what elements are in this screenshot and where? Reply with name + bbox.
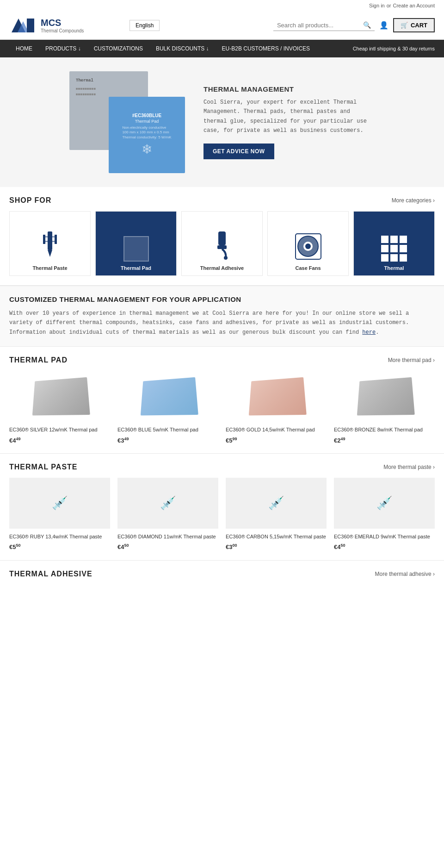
category-label-case-fans: Case Fans: [295, 265, 321, 271]
product-name-carbon: EC360® CARBON 5,15w/mK Thermal paste: [226, 533, 327, 540]
search-input[interactable]: [277, 22, 360, 29]
product-name-silver: EC360® SILVER 12w/mK Thermal pad: [9, 426, 110, 433]
product-blue-pad[interactable]: EC360® BLUE 5w/mK Thermal pad €349: [117, 371, 218, 444]
product-name-diamond: EC360® DIAMOND 11w/mK Thermal paste: [117, 533, 218, 540]
svg-rect-8: [55, 235, 57, 244]
more-thermal-pad-link[interactable]: More thermal pad ›: [388, 357, 435, 363]
nav-customizations[interactable]: CUSTOMIZATIONS: [87, 40, 149, 57]
thermal-adhesive-title: THERMAL ADHESIVE: [9, 570, 92, 578]
product-price-ruby: €550: [9, 543, 110, 550]
pad-icon: [123, 236, 149, 262]
search-icon: 🔍: [363, 21, 371, 29]
main-nav: HOME PRODUCTS ↓ CUSTOMIZATIONS BULK DISC…: [0, 40, 444, 57]
thermal-paste-header: THERMAL PASTE More thermal paste ›: [9, 463, 435, 471]
search-area[interactable]: 🔍: [273, 19, 375, 31]
logo-brand: MCS: [41, 18, 84, 28]
shop-for-section: SHOP FOR More categories › Thermal Paste…: [0, 187, 444, 285]
more-categories-link[interactable]: More categories ›: [392, 197, 435, 204]
logo-sub: Thermal Compounds: [41, 28, 84, 33]
svg-marker-4: [48, 250, 52, 257]
cart-label: CART: [411, 22, 427, 29]
svg-rect-5: [45, 236, 55, 237]
product-emerald-paste[interactable]: 💉 EC360® EMERALD 9w/mK Thermal paste €45…: [334, 478, 435, 551]
thermal-adhesive-section: THERMAL ADHESIVE More thermal adhesive ›: [0, 561, 444, 631]
nav-products[interactable]: PRODUCTS ↓: [39, 40, 87, 57]
hero-images: Thermal ■■■■■■■■■ ■■■■■■■■■ #EC360BLUE T…: [69, 71, 185, 173]
category-case-fans[interactable]: Case Fans: [267, 211, 349, 276]
logo-area[interactable]: MCS Thermal Compounds: [9, 15, 92, 36]
product-ruby-paste[interactable]: 💉 EC360® RUBY 13,4w/mK Thermal paste €55…: [9, 478, 110, 551]
hero-description: Cool Sierra, your expert for excellent T…: [204, 98, 375, 136]
category-thermal-pad[interactable]: Thermal Pad: [95, 211, 177, 276]
custom-text: With over 10 years of experience in ther…: [9, 309, 435, 337]
svg-rect-6: [45, 241, 55, 242]
language-button[interactable]: English: [130, 20, 160, 31]
sign-in-link[interactable]: Sign in: [369, 3, 385, 8]
product-silver-pad[interactable]: EC360® SILVER 12w/mK Thermal pad €449: [9, 371, 110, 444]
thermal-paste-section: THERMAL PASTE More thermal paste › 💉 EC3…: [0, 454, 444, 560]
svg-point-11: [224, 256, 228, 260]
product-price-blue: €349: [117, 437, 218, 444]
product-image-ruby: 💉: [9, 478, 110, 529]
hero-heading: THERMAL MANAGEMENT: [204, 85, 375, 93]
product-image-blue: [141, 377, 198, 416]
get-advice-button[interactable]: GET ADVICE NOW: [204, 144, 274, 159]
pad-blue: #EC360BLUE Thermal Pad Non-electrically …: [109, 97, 185, 173]
svg-rect-2: [27, 19, 34, 32]
product-price-silver: €449: [9, 437, 110, 444]
category-label-thermal-pad: Thermal Pad: [121, 265, 151, 271]
svg-rect-9: [218, 231, 226, 245]
category-thermal-other[interactable]: Thermal: [353, 211, 435, 276]
product-image-gold: [249, 377, 307, 416]
user-icon[interactable]: 👤: [379, 21, 388, 30]
fan-icon: [293, 231, 323, 262]
here-link[interactable]: here: [362, 329, 376, 336]
thermal-adhesive-header: THERMAL ADHESIVE More thermal adhesive ›: [9, 570, 435, 578]
product-image-carbon: 💉: [226, 478, 327, 529]
category-label-thermal-other: Thermal: [384, 265, 404, 271]
category-thermal-paste[interactable]: Thermal Paste: [9, 211, 91, 276]
category-label-thermal-paste: Thermal Paste: [32, 265, 67, 271]
more-thermal-paste-link[interactable]: More thermal paste ›: [383, 464, 435, 470]
product-bronze-pad[interactable]: EC360® BRONZE 8w/mK Thermal pad €249: [334, 371, 435, 444]
shipping-note: Cheap intl shipping & 30 day returns: [353, 40, 435, 57]
logo-icon: [9, 15, 37, 36]
svg-point-14: [305, 244, 311, 249]
product-name-bronze: EC360® BRONZE 8w/mK Thermal pad: [334, 426, 435, 433]
nav-home[interactable]: HOME: [9, 40, 39, 57]
category-thermal-adhesive[interactable]: Thermal Adhesive: [181, 211, 263, 276]
thermal-paste-grid: 💉 EC360® RUBY 13,4w/mK Thermal paste €55…: [9, 478, 435, 551]
svg-rect-10: [217, 245, 227, 249]
product-name-blue: EC360® BLUE 5w/mK Thermal pad: [117, 426, 218, 433]
product-diamond-paste[interactable]: 💉 EC360® DIAMOND 11w/mK Thermal paste €4…: [117, 478, 218, 551]
product-price-bronze: €249: [334, 437, 435, 444]
category-label-thermal-adhesive: Thermal Adhesive: [200, 265, 244, 271]
create-account-link[interactable]: Create an Account: [393, 3, 435, 8]
header: MCS Thermal Compounds English 🔍 👤 🛒 CART: [0, 11, 444, 40]
product-price-gold: €599: [226, 437, 327, 444]
thermal-pad-header: THERMAL PAD More thermal pad ›: [9, 356, 435, 364]
shop-for-header: SHOP FOR More categories ›: [9, 196, 435, 205]
cart-button[interactable]: 🛒 CART: [393, 18, 435, 32]
top-bar: Sign in or Create an Account: [0, 0, 444, 11]
thermal-paste-title: THERMAL PASTE: [9, 463, 78, 471]
more-thermal-adhesive-link[interactable]: More thermal adhesive ›: [375, 571, 435, 577]
product-carbon-paste[interactable]: 💉 EC360® CARBON 5,15w/mK Thermal paste €…: [226, 478, 327, 551]
custom-heading: CUSTOMIZED THERMAL MANAGEMENT FOR YOUR A…: [9, 295, 435, 303]
grid-icon: [381, 236, 407, 262]
thermal-pad-title: THERMAL PAD: [9, 356, 68, 364]
product-image-bronze: [357, 377, 415, 416]
hero-text: THERMAL MANAGEMENT Cool Sierra, your exp…: [204, 85, 375, 160]
product-image-emerald: 💉: [334, 478, 435, 529]
custom-section: CUSTOMIZED THERMAL MANAGEMENT FOR YOUR A…: [0, 286, 444, 347]
header-right: 🔍 👤 🛒 CART: [273, 18, 435, 32]
thermal-pad-section: THERMAL PAD More thermal pad › EC360® SI…: [0, 347, 444, 453]
thermal-adhesive-grid: [9, 585, 435, 622]
svg-rect-7: [43, 235, 45, 244]
nav-bulk-discounts[interactable]: BULK DISCOUNTS ↓: [149, 40, 216, 57]
glue-icon: [208, 229, 236, 262]
nav-eu-b2b[interactable]: EU-B2B CUSTOMERS / INVOICES: [216, 40, 316, 57]
product-gold-pad[interactable]: EC360® GOLD 14,5w/mK Thermal pad €599: [226, 371, 327, 444]
cart-icon: 🛒: [401, 22, 408, 29]
syringe-icon: [36, 229, 64, 262]
